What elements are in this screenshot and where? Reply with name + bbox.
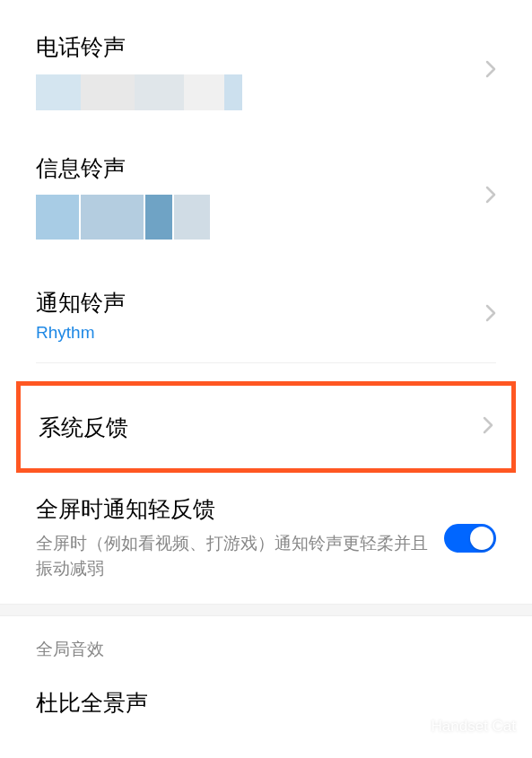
chevron-right-icon bbox=[485, 186, 496, 207]
item-value: Rhythm bbox=[36, 323, 471, 343]
chevron-right-icon bbox=[485, 60, 496, 82]
item-content: 系统反馈 bbox=[39, 413, 468, 442]
item-content: 电话铃声 bbox=[36, 32, 471, 110]
blurred-content bbox=[36, 195, 471, 240]
sms-ringtone-item[interactable]: 信息铃声 bbox=[0, 130, 532, 264]
toggle-switch[interactable] bbox=[444, 524, 496, 553]
watermark: Handset Cat bbox=[397, 713, 517, 740]
item-content: 信息铃声 bbox=[36, 153, 471, 240]
item-content: 通知铃声 Rhythm bbox=[36, 288, 471, 343]
item-title: 全屏时通知轻反馈 bbox=[36, 494, 430, 524]
item-title: 通知铃声 bbox=[36, 288, 471, 318]
item-description: 全屏时（例如看视频、打游戏）通知铃声更轻柔并且振动减弱 bbox=[36, 531, 430, 582]
system-feedback-item[interactable]: 系统反馈 bbox=[16, 381, 516, 474]
watermark-icon bbox=[397, 713, 424, 740]
settings-list: 电话铃声 信息铃声 bbox=[0, 0, 532, 726]
item-title: 信息铃声 bbox=[36, 153, 471, 183]
section-header: 全局音效 bbox=[0, 616, 532, 670]
item-content: 全屏时通知轻反馈 全屏时（例如看视频、打游戏）通知铃声更轻柔并且振动减弱 bbox=[36, 494, 430, 582]
phone-ringtone-item[interactable]: 电话铃声 bbox=[0, 7, 532, 130]
fullscreen-feedback-item: 全屏时通知轻反馈 全屏时（例如看视频、打游戏）通知铃声更轻柔并且振动减弱 bbox=[0, 473, 532, 604]
item-title: 电话铃声 bbox=[36, 32, 471, 62]
watermark-text: Handset Cat bbox=[432, 718, 517, 736]
blurred-content bbox=[36, 74, 471, 110]
notification-ringtone-item[interactable]: 通知铃声 Rhythm bbox=[0, 263, 532, 362]
chevron-right-icon bbox=[483, 416, 493, 438]
item-title: 系统反馈 bbox=[39, 413, 468, 442]
chevron-right-icon bbox=[485, 304, 496, 326]
section-gap bbox=[0, 604, 532, 616]
